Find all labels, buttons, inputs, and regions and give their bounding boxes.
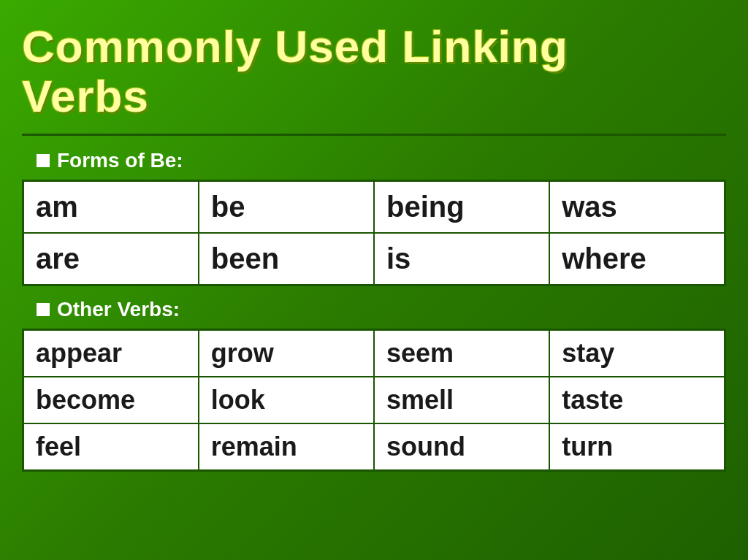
table-cell: smell (374, 377, 549, 423)
page-container: Commonly Used Linking Verbs Forms of Be:… (0, 0, 748, 560)
table-cell: turn (549, 423, 725, 471)
table-cell: remain (199, 423, 374, 471)
bullet-icon (37, 154, 50, 167)
table-cell: where (549, 233, 725, 285)
other-verbs-label: Other Verbs: (37, 298, 726, 321)
table-cell: been (199, 233, 374, 285)
table-cell: being (374, 181, 549, 234)
table-row: feelremainsoundturn (23, 423, 725, 471)
table-cell: is (374, 233, 549, 285)
forms-of-be-label: Forms of Be: (37, 149, 726, 172)
forms-of-be-section: Forms of Be: ambebeingwasarebeeniswhere (22, 149, 726, 286)
table-cell: are (23, 233, 199, 285)
table-cell: was (549, 181, 725, 234)
table-row: appeargrowseemstay (23, 330, 725, 377)
table-cell: become (23, 377, 199, 423)
forms-of-be-table: ambebeingwasarebeeniswhere (22, 180, 726, 286)
table-row: arebeeniswhere (23, 233, 725, 285)
other-verbs-table: appeargrowseemstaybecomelooksmelltastefe… (22, 329, 726, 472)
table-cell: stay (549, 330, 725, 377)
bullet-icon-2 (37, 303, 50, 316)
table-cell: feel (23, 423, 199, 471)
page-title: Commonly Used Linking Verbs (22, 22, 726, 121)
title-line2: Verbs (22, 71, 149, 121)
table-cell: appear (23, 330, 199, 377)
table-cell: taste (549, 377, 725, 423)
other-verbs-section: Other Verbs: appeargrowseemstaybecomeloo… (22, 298, 726, 472)
table-row: becomelooksmelltaste (23, 377, 725, 423)
table-cell: am (23, 181, 199, 234)
title-line1: Commonly Used Linking (22, 21, 568, 72)
table-row: ambebeingwas (23, 181, 725, 234)
table-cell: sound (374, 423, 549, 471)
table-cell: look (199, 377, 374, 423)
table-cell: be (199, 181, 374, 234)
table-cell: grow (199, 330, 374, 377)
title-divider (22, 134, 726, 136)
table-cell: seem (374, 330, 549, 377)
